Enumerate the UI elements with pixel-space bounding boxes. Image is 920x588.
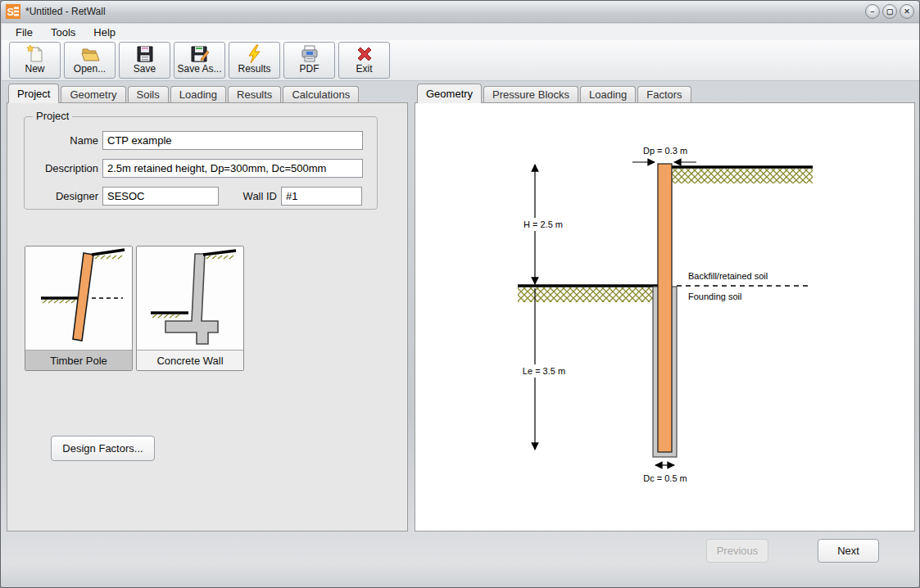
tab-loading-right[interactable]: Loading [580, 86, 636, 103]
maximize-button[interactable]: ▢ [882, 4, 897, 19]
timber-pole-thumbnail-icon [26, 247, 131, 349]
save-as-floppy-pencil-icon [190, 44, 210, 64]
dc-dimension-label: Dc = 0.5 m [643, 473, 687, 483]
menu-bar: File Tools Help [2, 24, 920, 40]
left-tab-strip: Project Geometry Soils Loading Results C… [8, 84, 360, 103]
timber-pole [658, 164, 672, 452]
founding-soil-label: Founding soil [688, 292, 741, 301]
previous-button[interactable]: Previous [706, 539, 768, 563]
wall-type-concrete-wall[interactable]: Concrete Wall [136, 246, 244, 371]
new-document-icon [25, 44, 45, 64]
open-folder-icon [80, 44, 100, 64]
exit-cross-icon [355, 44, 374, 64]
designer-label: Designer [25, 187, 98, 206]
concrete-wall-thumbnail-icon [138, 247, 242, 349]
toolbar: New Open... Save [2, 40, 920, 81]
retained-soil-hatch [672, 169, 813, 183]
tab-results[interactable]: Results [228, 86, 281, 103]
app-logo-icon: S [6, 4, 20, 19]
project-tab-page: Project Name Description Designer Wall I… [7, 102, 408, 531]
exit-button[interactable]: Exit [338, 42, 390, 79]
wall-id-input[interactable] [281, 187, 362, 206]
tab-factors[interactable]: Factors [637, 86, 691, 103]
founding-soil-hatch [518, 287, 654, 302]
printer-icon [300, 44, 320, 64]
results-button[interactable]: Results [229, 42, 280, 79]
project-group-title: Project [33, 110, 72, 122]
dp-dimension-label: Dp = 0.3 m [643, 146, 687, 156]
menu-file[interactable]: File [7, 25, 42, 40]
tab-soils[interactable]: Soils [128, 86, 169, 103]
description-input[interactable] [102, 159, 363, 178]
menu-tools[interactable]: Tools [42, 25, 84, 40]
close-button[interactable]: ✕ [900, 4, 914, 19]
lightning-icon [245, 44, 265, 64]
menu-help[interactable]: Help [84, 25, 125, 40]
le-dimension-label: Le = 3.5 m [523, 366, 565, 376]
backfill-soil-label: Backfill/retained soil [688, 271, 768, 281]
geometry-diagram: Dp = 0.3 m H = 2.5 m Le = 3.5 m Dc = 0.5… [419, 105, 911, 529]
tab-geometry-right[interactable]: Geometry [417, 84, 482, 103]
tab-geometry-left[interactable]: Geometry [61, 86, 125, 103]
minimize-button[interactable]: – [865, 4, 880, 19]
svg-text:S: S [7, 6, 15, 18]
next-button[interactable]: Next [818, 539, 879, 563]
wall-type-timber-pole[interactable]: Timber Pole [25, 246, 133, 371]
title-bar: S *Untitled - RetWall – ▢ ✕ [1, 1, 919, 23]
h-dimension-label: H = 2.5 m [523, 219, 563, 229]
new-button[interactable]: New [9, 42, 61, 79]
design-factors-button[interactable]: Design Factors... [51, 436, 155, 461]
wall-id-label: Wall ID [225, 187, 277, 206]
tab-calculations[interactable]: Calculations [283, 86, 359, 103]
open-button[interactable]: Open... [64, 42, 116, 79]
right-tab-strip: Geometry Pressure Blocks Loading Factors [417, 84, 693, 103]
name-label: Name [25, 131, 98, 150]
designer-input[interactable] [102, 187, 219, 206]
tab-loading-left[interactable]: Loading [170, 86, 226, 103]
save-as-button[interactable]: Save As... [174, 42, 225, 79]
tab-project[interactable]: Project [8, 84, 59, 103]
wall-type-timber-pole-label: Timber Pole [25, 350, 132, 370]
pdf-button[interactable]: PDF [283, 42, 335, 79]
project-groupbox: Project Name Description Designer Wall I… [24, 116, 378, 210]
description-label: Description [25, 159, 98, 178]
save-floppy-icon [135, 44, 155, 64]
wall-type-concrete-wall-label: Concrete Wall [137, 350, 243, 370]
window-title: *Untitled - RetWall [25, 6, 106, 17]
app-window: S *Untitled - RetWall – ▢ ✕ File Tools H… [0, 0, 920, 588]
name-input[interactable] [102, 131, 363, 150]
save-button[interactable]: Save [119, 42, 170, 79]
tab-pressure-blocks[interactable]: Pressure Blocks [483, 86, 578, 103]
